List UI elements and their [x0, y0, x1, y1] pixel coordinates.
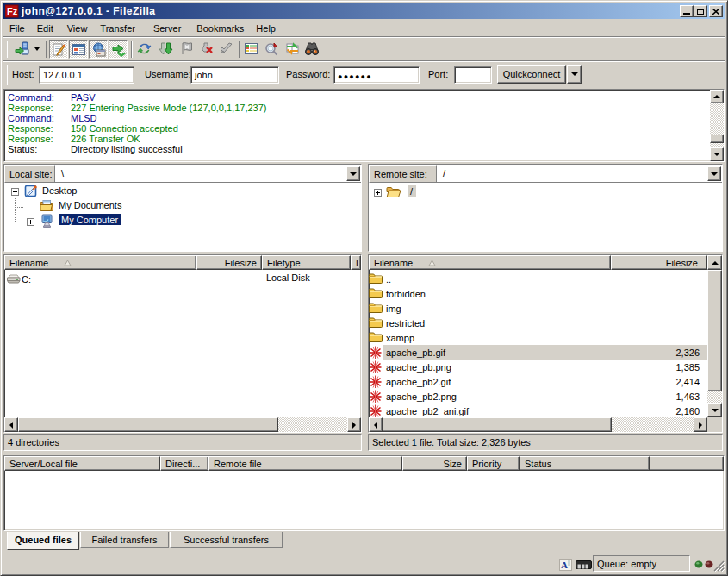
svg-text:Fz: Fz: [7, 6, 18, 16]
svg-text:A: A: [561, 560, 568, 570]
